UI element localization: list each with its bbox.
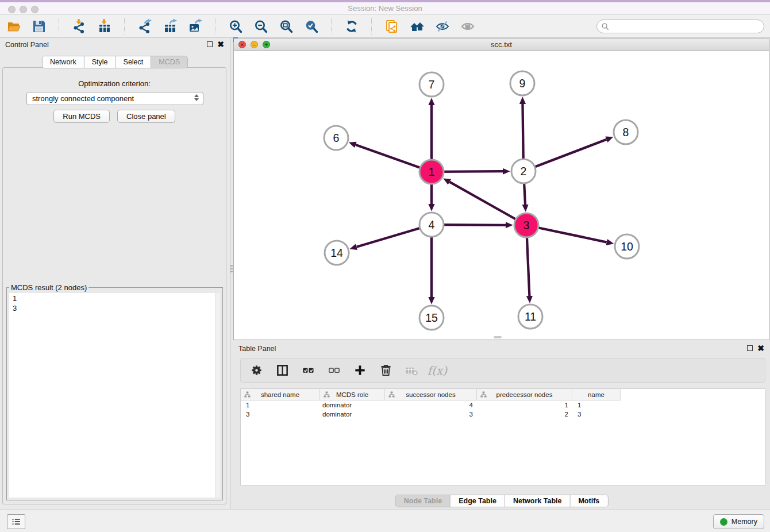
open-session-button[interactable] — [6, 19, 21, 34]
zoom-selected-icon — [305, 20, 318, 33]
tab-network[interactable]: Network — [43, 56, 84, 68]
node-label: 14 — [330, 246, 343, 259]
zoom-selected-button[interactable] — [303, 19, 319, 34]
zoom-out-button[interactable] — [253, 19, 268, 34]
table-settings-button[interactable] — [249, 363, 264, 378]
network-window-title: scc.txt — [234, 40, 769, 49]
main-toolbar — [0, 15, 770, 38]
export-image-icon — [188, 20, 202, 33]
result-scrollbar[interactable] — [215, 293, 220, 498]
automation-menu-button[interactable] — [7, 514, 25, 529]
run-mcds-button[interactable]: Run MCDS — [53, 110, 110, 123]
export-image-button[interactable] — [187, 19, 203, 34]
node-9[interactable]: 9 — [510, 71, 534, 95]
gear-icon — [250, 364, 263, 377]
node-2[interactable]: 2 — [511, 159, 536, 183]
add-column-button[interactable] — [352, 363, 367, 378]
delete-column-button[interactable] — [378, 363, 393, 378]
show-column-panel-button[interactable] — [275, 363, 290, 378]
node-15[interactable]: 15 — [419, 306, 444, 330]
node-label: 4 — [429, 218, 435, 231]
control-panel-header: Control Panel ✖ — [0, 38, 230, 53]
mcds-result-box[interactable]: 13 — [9, 293, 220, 498]
first-neighbors-button[interactable] — [409, 19, 425, 34]
column-header-mcds-role[interactable]: MCDS role — [320, 389, 385, 400]
canvas-scrollbar-dash[interactable] — [494, 336, 502, 338]
hide-selected-button[interactable] — [434, 19, 450, 34]
column-header-name[interactable]: name — [572, 389, 621, 400]
function-builder-button[interactable]: f(x) — [430, 363, 445, 378]
table-tabs: Node TableEdge TableNetwork TableMotifs — [395, 495, 609, 507]
eye-disabled-icon — [461, 20, 475, 33]
table-row[interactable]: 3dominator323 — [241, 410, 765, 419]
node-label: 7 — [429, 78, 435, 91]
delete-table-icon — [405, 364, 418, 377]
show-all-button[interactable] — [460, 19, 475, 34]
main-toolbar-buttons — [6, 15, 475, 38]
table-cell: dominator — [320, 400, 385, 410]
export-network-button[interactable] — [137, 19, 152, 34]
column-header-label: MCDS role — [336, 391, 368, 398]
zoom-fit-button[interactable] — [278, 19, 294, 34]
tab-node-table[interactable]: Node Table — [396, 495, 451, 507]
export-table-button[interactable] — [162, 19, 178, 34]
close-panel-icon[interactable]: ✖ — [217, 41, 224, 48]
tab-network-table[interactable]: Network Table — [505, 495, 571, 507]
homes-icon — [410, 20, 424, 33]
tab-motifs[interactable]: Motifs — [570, 495, 607, 507]
mcds-result-group: MCDS result (2 nodes) 13 — [6, 283, 223, 500]
column-header-shared-name[interactable]: shared name — [241, 389, 320, 400]
zoom-in-button[interactable] — [228, 19, 243, 34]
table-cell: 3 — [572, 410, 621, 419]
criterion-select[interactable]: strongly connected component — [26, 92, 203, 105]
node-7[interactable]: 7 — [419, 72, 444, 97]
close-panel-button[interactable]: Close panel — [117, 110, 175, 123]
node-14[interactable]: 14 — [325, 241, 349, 265]
save-session-button[interactable] — [31, 19, 47, 34]
node-4[interactable]: 4 — [419, 213, 444, 237]
table-panel-title: Table Panel — [238, 345, 276, 353]
tab-style[interactable]: Style — [84, 56, 116, 68]
close-table-panel-icon[interactable]: ✖ — [757, 345, 764, 352]
network-view-window: × – + scc.txt 7968124314101511 — [233, 38, 769, 340]
select-all-rows-button[interactable] — [301, 363, 315, 378]
float-panel-icon[interactable] — [207, 41, 213, 47]
node-6[interactable]: 6 — [324, 126, 348, 150]
folder-open-icon — [7, 20, 21, 33]
mcds-panel: Optimization criterion: strongly connect… — [2, 67, 226, 504]
node-3[interactable]: 3 — [514, 213, 538, 237]
table-row[interactable]: 1dominator411 — [241, 400, 765, 410]
network-graph[interactable]: 7968124314101511 — [234, 51, 769, 340]
delete-table-button[interactable] — [404, 363, 419, 378]
search-input[interactable] — [612, 21, 759, 32]
deselect-all-rows-button[interactable] — [326, 363, 341, 378]
search-box[interactable] — [596, 20, 764, 33]
edge-3-1[interactable] — [449, 182, 526, 225]
column-header-successor-nodes[interactable]: successor nodes — [385, 389, 477, 400]
tab-edge-table[interactable]: Edge Table — [451, 495, 505, 507]
result-line: 1 — [13, 294, 17, 304]
node-11[interactable]: 11 — [518, 304, 542, 329]
node-label: 15 — [425, 311, 438, 324]
node-8[interactable]: 8 — [614, 120, 638, 144]
import-network-button[interactable] — [71, 19, 87, 34]
node-label: 9 — [519, 77, 526, 90]
node-label: 8 — [623, 126, 629, 138]
new-network-from-selection-button[interactable] — [384, 19, 399, 34]
node-label: 1 — [429, 165, 435, 178]
network-canvas[interactable]: 7968124314101511 — [234, 51, 769, 340]
node-1[interactable]: 1 — [419, 160, 444, 184]
import-table-button[interactable] — [97, 19, 112, 34]
add-icon — [353, 364, 367, 377]
node-10[interactable]: 10 — [615, 234, 639, 259]
node-label: 3 — [523, 219, 530, 232]
eye-slash-icon — [436, 20, 449, 33]
memory-button[interactable]: Memory — [713, 514, 764, 529]
apply-layout-button[interactable] — [344, 19, 359, 34]
tab-mcds[interactable]: MCDS — [151, 56, 187, 68]
float-table-panel-icon[interactable] — [747, 345, 753, 351]
table-cell: 1 — [572, 400, 621, 410]
edge-2-8[interactable] — [523, 140, 606, 171]
tab-select[interactable]: Select — [116, 56, 152, 68]
column-header-predecessor-nodes[interactable]: predecessor nodes — [477, 389, 572, 400]
